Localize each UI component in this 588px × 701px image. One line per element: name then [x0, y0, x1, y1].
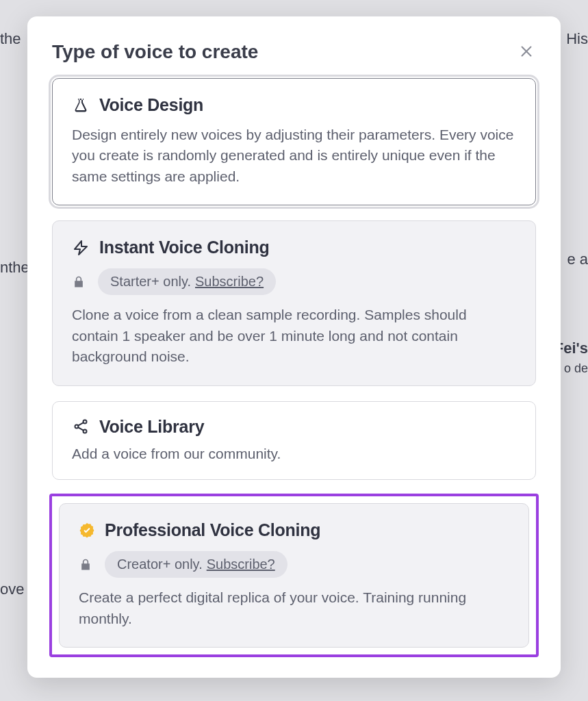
tier-text: Creator+ only.: [117, 557, 203, 572]
close-button[interactable]: [517, 42, 536, 62]
modal-header: Type of voice to create: [52, 41, 536, 63]
card-title-row: Voice Library: [72, 417, 516, 437]
bg-text: ove: [0, 581, 24, 598]
highlight-frame: Professional Voice Cloning Creator+ only…: [49, 494, 539, 657]
subscribe-link[interactable]: Subscribe?: [207, 557, 275, 572]
svg-line-7: [78, 427, 84, 430]
card-title: Voice Library: [99, 417, 204, 437]
option-voice-library[interactable]: Voice Library Add a voice from our commu…: [52, 401, 536, 480]
tier-pill: Starter+ only. Subscribe?: [98, 268, 276, 295]
bg-text: nthe: [0, 259, 29, 277]
option-professional-voice-cloning[interactable]: Professional Voice Cloning Creator+ only…: [59, 503, 529, 648]
card-title: Professional Voice Cloning: [105, 520, 320, 540]
bg-text: the: [0, 30, 21, 48]
svg-line-6: [78, 422, 84, 425]
lock-row: Creator+ only. Subscribe?: [79, 551, 509, 578]
card-title-row: Instant Voice Cloning: [72, 238, 516, 257]
card-title: Instant Voice Cloning: [99, 238, 269, 257]
bg-text: His: [566, 30, 588, 48]
card-title-row: Voice Design: [72, 95, 516, 115]
tier-text: Starter+ only.: [110, 274, 191, 290]
card-title-row: Professional Voice Cloning: [79, 520, 509, 540]
card-description: Clone a voice from a clean sample record…: [72, 305, 516, 367]
lock-icon: [79, 557, 94, 572]
lock-icon: [72, 275, 87, 290]
subscribe-link[interactable]: Subscribe?: [195, 274, 264, 290]
card-description: Create a perfect digital replica of your…: [79, 587, 509, 629]
card-title: Voice Design: [99, 95, 203, 115]
share-icon: [72, 418, 90, 435]
voice-type-modal: Type of voice to create Voice Design Des…: [27, 16, 561, 678]
lightning-icon: [72, 239, 90, 257]
lock-row: Starter+ only. Subscribe?: [72, 268, 516, 295]
svg-marker-2: [75, 241, 87, 255]
card-description: Design entirely new voices by adjusting …: [72, 125, 516, 187]
card-description: Add a voice from our community.: [72, 444, 516, 464]
option-instant-voice-cloning[interactable]: Instant Voice Cloning Starter+ only. Sub…: [52, 220, 536, 385]
verified-badge-icon: [79, 522, 95, 539]
option-voice-design[interactable]: Voice Design Design entirely new voices …: [52, 78, 536, 205]
tier-pill: Creator+ only. Subscribe?: [105, 551, 287, 578]
flask-icon: [72, 97, 90, 114]
close-icon: [519, 44, 534, 61]
modal-title: Type of voice to create: [52, 41, 258, 63]
bg-text: o de: [564, 361, 588, 376]
bg-text: e a: [567, 251, 588, 268]
